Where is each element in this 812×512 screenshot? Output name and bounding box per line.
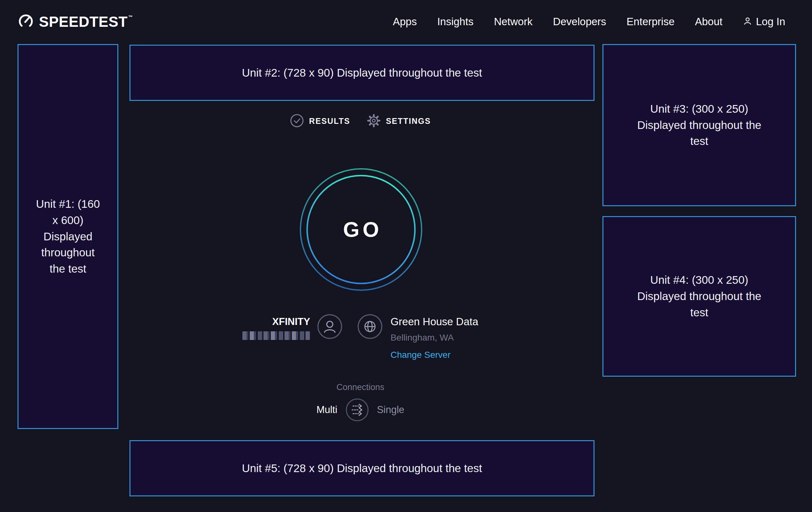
- multi-connection-arrows-icon: [345, 418, 369, 423]
- isp-text: XFINITY: [242, 313, 310, 340]
- nav-item-about[interactable]: About: [695, 16, 722, 28]
- speedtest-page: SPEEDTEST™ Apps Insights Network Develop…: [0, 0, 812, 512]
- nav-item-apps[interactable]: Apps: [393, 16, 417, 28]
- user-circle-icon: [317, 314, 343, 341]
- settings-tab[interactable]: SETTINGS: [367, 114, 431, 129]
- login-link[interactable]: Log In: [743, 16, 785, 28]
- user-icon: [743, 16, 752, 27]
- nav-item-insights[interactable]: Insights: [437, 16, 474, 28]
- globe-icon: [357, 314, 383, 341]
- connections-section: Connections Multi: [118, 381, 603, 422]
- ad-unit-2[interactable]: Unit #2: (728 x 90) Displayed throughout…: [129, 45, 594, 101]
- go-button-label: GO: [297, 166, 425, 293]
- connections-label: Connections: [337, 381, 384, 393]
- server-name: Green House Data: [390, 315, 478, 329]
- server-text: Green House Data Bellingham, WA Change S…: [390, 313, 478, 360]
- connections-option-single[interactable]: Single: [377, 404, 404, 415]
- server-location: Bellingham, WA: [390, 332, 454, 343]
- speedtest-logo[interactable]: SPEEDTEST™: [18, 12, 133, 31]
- speedometer-icon: [18, 12, 34, 31]
- main-nav: Apps Insights Network Developers Enterpr…: [393, 16, 785, 28]
- brand-name: SPEEDTEST™: [39, 13, 133, 30]
- go-button[interactable]: GO: [297, 166, 425, 293]
- login-label: Log In: [756, 16, 785, 28]
- isp-name: XFINITY: [272, 315, 310, 329]
- nav-item-network[interactable]: Network: [494, 16, 532, 28]
- connection-info-row: XFINITY: [118, 313, 603, 360]
- ad-unit-1[interactable]: Unit #1: (160 x 600) Displayed throughou…: [18, 44, 118, 429]
- ad-unit-5-text: Unit #5: (728 x 90) Displayed throughout…: [242, 460, 482, 477]
- ad-unit-4[interactable]: Unit #4: (300 x 250) Displayed throughou…: [603, 216, 796, 377]
- ad-unit-3-text: Unit #3: (300 x 250) Displayed throughou…: [636, 101, 763, 150]
- connections-toggle[interactable]: [345, 398, 369, 422]
- server-block: Green House Data Bellingham, WA Change S…: [357, 313, 478, 360]
- isp-block: XFINITY: [242, 313, 343, 341]
- tabs-row: RESULTS SETTINGS: [118, 114, 603, 129]
- ad-unit-4-text: Unit #4: (300 x 250) Displayed throughou…: [636, 272, 763, 321]
- results-tab-label: RESULTS: [309, 116, 350, 126]
- censored-isp-details: [242, 331, 310, 340]
- settings-tab-label: SETTINGS: [386, 116, 431, 126]
- check-circle-icon: [290, 114, 304, 129]
- nav-item-enterprise[interactable]: Enterprise: [627, 16, 674, 28]
- ad-unit-2-text: Unit #2: (728 x 90) Displayed throughout…: [242, 65, 482, 81]
- nav-item-developers[interactable]: Developers: [553, 16, 606, 28]
- top-nav-bar: SPEEDTEST™ Apps Insights Network Develop…: [0, 0, 812, 44]
- connections-option-multi[interactable]: Multi: [316, 404, 337, 415]
- ad-unit-5[interactable]: Unit #5: (728 x 90) Displayed throughout…: [129, 440, 594, 496]
- gear-icon: [367, 114, 381, 129]
- ad-unit-1-text: Unit #1: (160 x 600) Displayed throughou…: [33, 196, 103, 277]
- change-server-link[interactable]: Change Server: [390, 350, 450, 360]
- ad-unit-3[interactable]: Unit #3: (300 x 250) Displayed throughou…: [603, 44, 796, 206]
- trademark-mark: ™: [128, 15, 133, 20]
- connections-row: Multi Singl: [316, 398, 404, 422]
- results-tab[interactable]: RESULTS: [290, 114, 350, 129]
